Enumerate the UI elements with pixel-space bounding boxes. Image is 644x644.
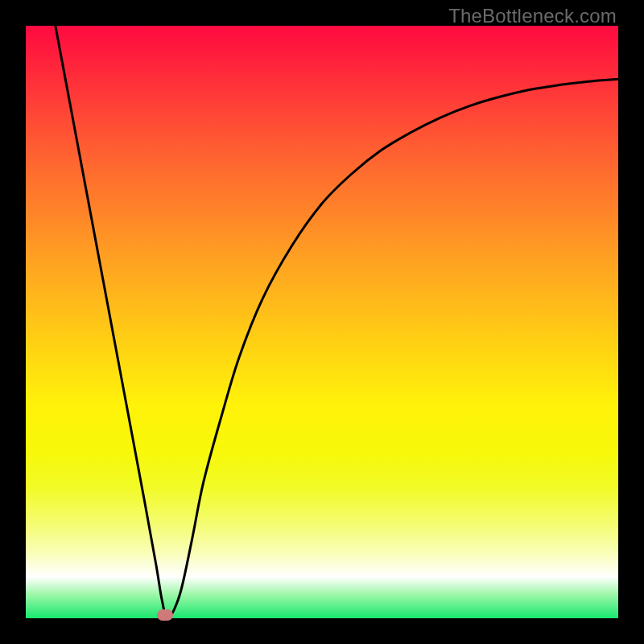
watermark-text: TheBottleneck.com — [448, 5, 617, 27]
minimum-marker — [157, 609, 173, 621]
chart-frame: TheBottleneck.com — [0, 0, 644, 644]
bottleneck-curve — [26, 26, 618, 618]
plot-area — [26, 26, 618, 618]
